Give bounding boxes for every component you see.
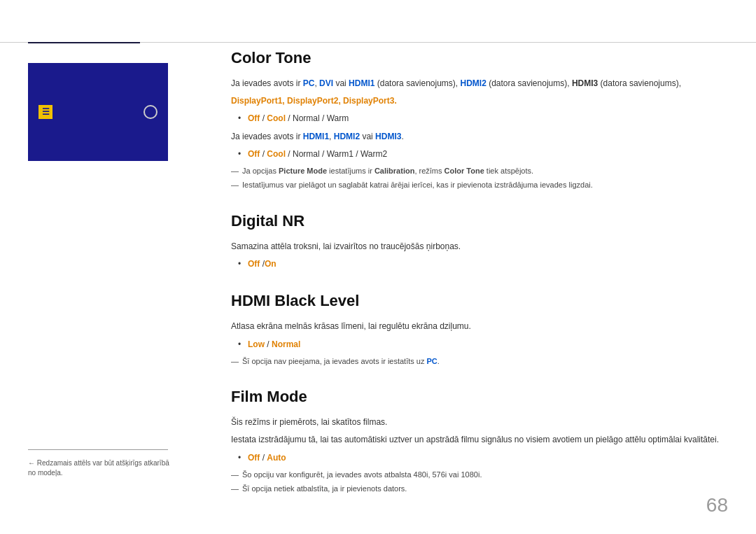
color-tone-option2: Off / Cool / Normal / Warm1 / Warm2 <box>238 148 721 161</box>
color-tone-para1: Ja ievades avots ir PC, DVI vai HDMI1 (d… <box>231 77 721 90</box>
digital-nr-title: Digital NR <box>231 212 721 230</box>
color-tone-option1: Off / Cool / Normal / Warm <box>238 112 721 125</box>
film-mode-title: Film Mode <box>231 388 721 406</box>
color-tone-note1: Ja opcijas Picture Mode iestatījums ir C… <box>231 165 721 177</box>
film-mode-option1: Off / Auto <box>238 451 721 465</box>
sidebar-icon-circle <box>144 105 158 119</box>
film-mode-body: Šis režīms ir piemērots, lai skatītos fi… <box>231 416 721 495</box>
digital-nr-bullets: Off /On <box>238 258 721 271</box>
sidebar-note: Redzamais attēls var būt atšķirīgs atkar… <box>28 458 175 478</box>
color-tone-body: Ja ievades avots ir PC, DVI vai HDMI1 (d… <box>231 77 721 191</box>
film-mode-bullets: Off / Auto <box>238 451 721 465</box>
page-number: 68 <box>706 494 728 517</box>
color-tone-note2: Iestatījumus var pielāgot un saglabāt ka… <box>231 179 721 191</box>
section-color-tone: Color Tone Ja ievades avots ir PC, DVI v… <box>231 49 721 191</box>
color-tone-bullets1: Off / Cool / Normal / Warm <box>238 112 721 125</box>
color-tone-displayports: DisplayPort1, DisplayPort2, DisplayPort3… <box>231 94 721 108</box>
digital-nr-para1: Samazina attēla troksni, lai izvairītos … <box>231 240 721 253</box>
hdmi-black-level-body: Atlasa ekrāna melnās krāsas līmeni, lai … <box>231 320 721 367</box>
film-mode-para1: Šis režīms ir piemērots, lai skatītos fi… <box>231 416 721 429</box>
section-film-mode: Film Mode Šis režīms ir piemērots, lai s… <box>231 388 721 495</box>
color-tone-bullets2: Off / Cool / Normal / Warm1 / Warm2 <box>238 148 721 161</box>
film-mode-note2: Šī opcija netiek atbalstīta, ja ir pievi… <box>231 483 721 495</box>
sidebar-accent-line <box>28 42 140 43</box>
hdmi-black-level-para1: Atlasa ekrāna melnās krāsas līmeni, lai … <box>231 320 721 333</box>
hdmi-black-level-bullets: Low / Normal <box>238 338 721 351</box>
sidebar: ☰ Redzamais attēls var būt atšķirīgs atk… <box>0 0 196 534</box>
sidebar-icon-menu: ☰ <box>38 105 52 119</box>
sidebar-divider <box>28 449 168 450</box>
section-digital-nr: Digital NR Samazina attēla troksni, lai … <box>231 212 721 271</box>
color-tone-title: Color Tone <box>231 49 721 67</box>
digital-nr-body: Samazina attēla troksni, lai izvairītos … <box>231 240 721 271</box>
hdmi-black-level-title: HDMI Black Level <box>231 292 721 310</box>
film-mode-note1: Šo opciju var konfigurēt, ja ievades avo… <box>231 469 721 481</box>
main-content: Color Tone Ja ievades avots ir PC, DVI v… <box>196 0 756 534</box>
digital-nr-option1: Off /On <box>238 258 721 271</box>
page-container: ☰ Redzamais attēls var būt atšķirīgs atk… <box>0 0 756 534</box>
film-mode-para2: Iestata izstrādājumu tā, lai tas automāt… <box>231 433 721 447</box>
sidebar-monitor-image: ☰ <box>28 63 168 161</box>
section-hdmi-black-level: HDMI Black Level Atlasa ekrāna melnās kr… <box>231 292 721 367</box>
hdmi-black-level-note1: Šī opcija nav pieejama, ja ievades avots… <box>231 356 721 367</box>
hdmi-black-level-option1: Low / Normal <box>238 338 721 351</box>
color-tone-para2: Ja ievades avots ir HDMI1, HDMI2 vai HDM… <box>231 130 721 143</box>
